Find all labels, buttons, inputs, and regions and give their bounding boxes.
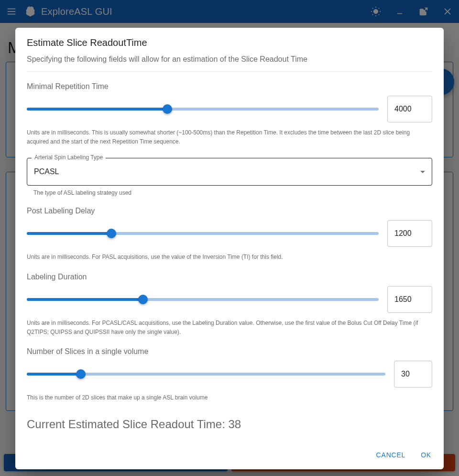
result-value: 38: [229, 418, 241, 431]
nslices-input[interactable]: 30: [394, 361, 432, 387]
min-tr-label: Minimal Repetition Time: [27, 82, 432, 91]
pld-slider[interactable]: [27, 227, 379, 240]
field-asl-type: Arterial Spin Labeling Type PCASL The ty…: [27, 158, 432, 196]
labdur-help: Units are in milliseconds. For PCASL/CAS…: [27, 319, 432, 337]
asl-type-label: Arterial Spin Labeling Type: [32, 154, 106, 161]
estimate-dialog: Estimate Slice ReadoutTime Specifying th…: [15, 28, 444, 469]
modal-backdrop: Estimate Slice ReadoutTime Specifying th…: [0, 0, 459, 476]
dialog-actions: CANCEL OK: [27, 448, 432, 462]
slider-thumb-icon[interactable]: [76, 369, 86, 379]
nslices-slider[interactable]: [27, 367, 385, 381]
nslices-help: This is the number of 2D slices that mak…: [27, 393, 432, 402]
dialog-title: Estimate Slice ReadoutTime: [27, 37, 432, 48]
cancel-button[interactable]: CANCEL: [375, 448, 407, 462]
asl-type-value: PCASL: [34, 167, 59, 176]
min-tr-slider[interactable]: [27, 102, 379, 116]
ok-button[interactable]: OK: [420, 448, 432, 462]
asl-type-help: The type of ASL labeling strategy used: [33, 189, 432, 196]
labdur-input[interactable]: 1650: [387, 286, 432, 313]
result-line: Current Estimated Slice Readout Time: 38: [27, 418, 432, 431]
slider-thumb-icon[interactable]: [138, 295, 148, 304]
pld-label: Post Labeling Delay: [27, 207, 432, 215]
labdur-slider[interactable]: [27, 293, 379, 306]
min-tr-input[interactable]: 4000: [387, 96, 432, 122]
field-post-labeling-delay: Post Labeling Delay 1200 Units are in mi…: [27, 207, 432, 262]
pld-help: Units are in milliseconds. For PASL acqu…: [27, 253, 432, 262]
min-tr-help: Units are in milliseconds. This is usual…: [27, 128, 432, 146]
result-prefix: Current Estimated Slice Readout Time:: [27, 418, 229, 431]
field-nslices: Number of Slices in a single volume 30 T…: [27, 347, 432, 402]
slider-thumb-icon[interactable]: [107, 229, 116, 238]
nslices-label: Number of Slices in a single volume: [27, 347, 432, 356]
labdur-label: Labeling Duration: [27, 273, 432, 281]
slider-thumb-icon[interactable]: [163, 104, 172, 114]
asl-type-select[interactable]: PCASL: [27, 158, 432, 186]
dialog-subtitle: Specifying the following fields will all…: [27, 55, 432, 72]
chevron-down-icon: [420, 171, 425, 173]
pld-input[interactable]: 1200: [387, 220, 432, 247]
field-min-repetition-time: Minimal Repetition Time 4000 Units are i…: [27, 82, 432, 146]
field-labeling-duration: Labeling Duration 1650 Units are in mill…: [27, 273, 432, 337]
